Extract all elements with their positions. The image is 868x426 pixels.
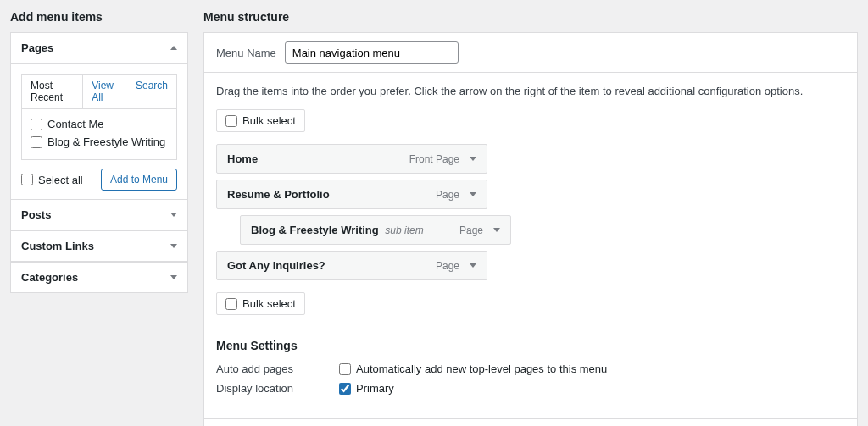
menu-item-home-type: Front Page: [409, 153, 459, 165]
chevron-down-icon[interactable]: [493, 228, 500, 232]
menu-item-blog-title: Blog & Freestyle Writing: [251, 224, 379, 236]
menu-structure-title: Menu structure: [203, 10, 858, 24]
menu-item-inquiries-type: Page: [436, 260, 459, 272]
menu-name-label: Menu Name: [216, 47, 276, 59]
bulk-select-top-label: Bulk select: [242, 114, 296, 127]
bulk-select-top-checkbox[interactable]: [225, 115, 237, 127]
menu-settings-title: Menu Settings: [216, 339, 845, 352]
add-menu-items-title: Add menu items: [10, 10, 188, 24]
chevron-down-icon: [170, 244, 177, 248]
bulk-select-bottom[interactable]: Bulk select: [216, 292, 305, 315]
menu-item-blog-sub[interactable]: Blog & Freestyle Writing sub item Page: [240, 215, 511, 245]
chevron-down-icon[interactable]: [470, 157, 476, 161]
chevron-down-icon[interactable]: [470, 263, 476, 268]
page-item-contact-checkbox[interactable]: [31, 119, 42, 130]
chevron-up-icon: [170, 46, 177, 50]
page-item-blog-label: Blog & Freestyle Writing: [47, 136, 165, 148]
menu-item-inquiries-title: Got Any Inquiries?: [227, 259, 326, 272]
accordion-pages[interactable]: Pages: [11, 33, 187, 64]
accordion-custom-links[interactable]: Custom Links: [11, 230, 187, 262]
tab-search[interactable]: Search: [127, 75, 176, 108]
menu-item-resume[interactable]: Resume & Portfolio Page: [216, 180, 487, 209]
chevron-down-icon[interactable]: [470, 192, 476, 196]
display-location-label: Display location: [216, 382, 339, 395]
display-location-checkbox[interactable]: [339, 383, 351, 395]
accordion-categories-label: Categories: [21, 271, 78, 284]
select-all-label: Select all: [38, 174, 83, 186]
menu-help-text: Drag the items into the order you prefer…: [216, 85, 845, 97]
accordion-posts-label: Posts: [21, 208, 51, 221]
page-item-contact[interactable]: Contact Me: [31, 115, 168, 133]
accordion-categories[interactable]: Categories: [11, 262, 187, 292]
tab-most-recent[interactable]: Most Recent: [22, 75, 83, 108]
bulk-select-top[interactable]: Bulk select: [216, 109, 305, 132]
select-all-checkbox[interactable]: [21, 174, 33, 185]
bulk-select-bottom-label: Bulk select: [242, 297, 296, 310]
auto-add-checkbox[interactable]: [339, 363, 351, 375]
menu-item-inquiries[interactable]: Got Any Inquiries? Page: [216, 251, 487, 280]
accordion-custom-links-label: Custom Links: [21, 240, 94, 252]
menu-item-resume-title: Resume & Portfolio: [227, 188, 330, 201]
chevron-down-icon: [170, 213, 177, 217]
auto-add-label: Auto add pages: [216, 362, 339, 375]
menu-item-blog-subflag: sub item: [385, 224, 423, 236]
chevron-down-icon: [170, 275, 177, 279]
select-all[interactable]: Select all: [21, 174, 83, 186]
menu-name-input[interactable]: [285, 41, 459, 64]
display-location-text: Primary: [356, 382, 394, 395]
page-item-blog-checkbox[interactable]: [31, 136, 42, 148]
bulk-select-bottom-checkbox[interactable]: [225, 298, 237, 310]
add-to-menu-button[interactable]: Add to Menu: [101, 169, 177, 191]
menu-item-home-title: Home: [227, 152, 258, 165]
page-item-contact-label: Contact Me: [47, 118, 103, 130]
accordion-posts[interactable]: Posts: [11, 200, 187, 230]
tab-view-all[interactable]: View All: [83, 75, 127, 108]
menu-item-resume-type: Page: [436, 189, 459, 201]
page-item-blog[interactable]: Blog & Freestyle Writing: [31, 133, 168, 151]
auto-add-text: Automatically add new top-level pages to…: [356, 362, 607, 375]
accordion-pages-label: Pages: [21, 41, 53, 54]
menu-item-home[interactable]: Home Front Page: [216, 144, 487, 174]
menu-item-blog-type: Page: [459, 224, 483, 236]
